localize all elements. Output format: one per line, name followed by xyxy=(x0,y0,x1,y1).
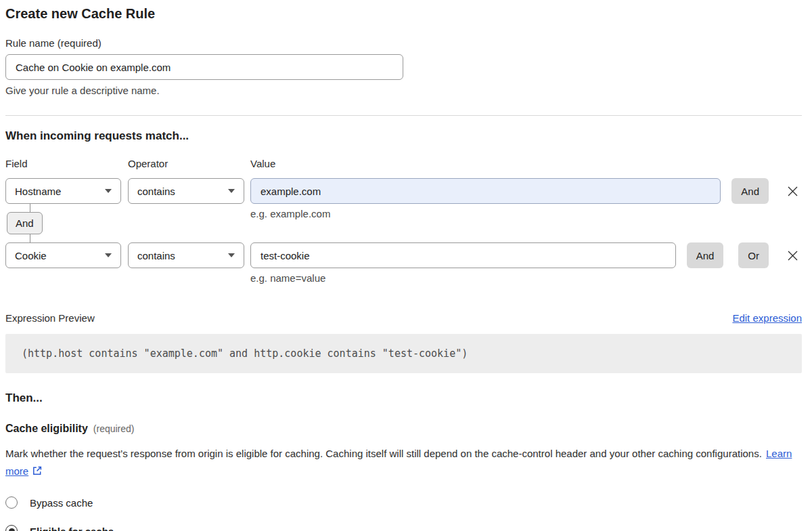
and-button-row-1[interactable]: And xyxy=(731,178,769,204)
page-title: Create new Cache Rule xyxy=(5,5,802,22)
radio-option-bypass-cache[interactable]: Bypass cache xyxy=(5,496,93,509)
radio-button-eligible-for-cache[interactable] xyxy=(5,525,18,531)
operator-select-1-value: contains xyxy=(137,186,175,197)
required-note: (required) xyxy=(93,423,135,434)
match-heading: When incoming requests match... xyxy=(5,129,802,143)
field-select-1-value: Hostname xyxy=(15,186,61,197)
connector-line-bottom xyxy=(30,234,30,242)
operator-select-2-value: contains xyxy=(137,250,175,261)
connector-area: e.g. example.com And xyxy=(5,204,802,242)
cache-eligibility-heading: Cache eligibility(required) xyxy=(5,423,802,435)
column-label-value: Value xyxy=(250,158,802,169)
column-label-field: Field xyxy=(5,158,128,169)
description-text: Mark whether the request’s response from… xyxy=(5,448,762,459)
rule-name-label: Rule name (required) xyxy=(5,37,802,49)
edit-expression-link[interactable]: Edit expression xyxy=(732,312,802,324)
condition-column-labels: Field Operator Value xyxy=(5,158,802,169)
and-button-row-2[interactable]: And xyxy=(687,242,724,268)
value-input-2[interactable] xyxy=(250,242,676,268)
and-connector-button[interactable]: And xyxy=(7,212,43,234)
expression-header: Expression Preview Edit expression xyxy=(5,312,802,324)
radio-label-bypass-cache: Bypass cache xyxy=(30,497,93,509)
column-label-operator: Operator xyxy=(128,158,250,169)
close-icon xyxy=(786,249,800,263)
expression-preview-box: (http.host contains "example.com" and ht… xyxy=(5,334,802,373)
cache-eligibility-description: Mark whether the request’s response from… xyxy=(5,445,794,480)
rule-name-help: Give your rule a descriptive name. xyxy=(5,85,802,96)
value-hint-2: e.g. name=value xyxy=(250,272,802,284)
condition-row-2: Cookie contains And Or xyxy=(5,242,802,268)
radio-button-bypass-cache[interactable] xyxy=(5,496,18,509)
expression-code: (http.host contains "example.com" and ht… xyxy=(22,347,468,360)
radio-option-eligible-for-cache[interactable]: Eligible for cache xyxy=(5,525,114,531)
section-divider xyxy=(5,115,802,116)
close-icon xyxy=(786,184,800,198)
operator-select-1[interactable]: contains xyxy=(128,178,244,204)
value-input-1[interactable] xyxy=(250,178,721,204)
expression-preview-label: Expression Preview xyxy=(5,312,95,324)
create-cache-rule-form: Create new Cache Rule Rule name (require… xyxy=(0,0,812,531)
external-link-icon xyxy=(32,465,43,476)
chevron-down-icon xyxy=(228,189,235,193)
chevron-down-icon xyxy=(228,253,235,257)
field-select-2-value: Cookie xyxy=(15,250,47,261)
chevron-down-icon xyxy=(105,189,112,193)
rule-name-input[interactable] xyxy=(5,54,403,80)
then-heading: Then... xyxy=(5,391,802,405)
connector-line-top xyxy=(30,204,30,212)
remove-condition-2-button[interactable] xyxy=(784,247,800,263)
condition-row-1: Hostname contains And xyxy=(5,178,802,204)
radio-label-eligible-for-cache: Eligible for cache xyxy=(30,526,114,531)
field-select-2[interactable]: Cookie xyxy=(5,242,121,268)
chevron-down-icon xyxy=(105,253,112,257)
or-button-row-2[interactable]: Or xyxy=(738,242,769,268)
field-select-1[interactable]: Hostname xyxy=(5,178,121,204)
remove-condition-1-button[interactable] xyxy=(784,183,800,199)
cache-eligibility-title: Cache eligibility xyxy=(5,423,88,434)
operator-select-2[interactable]: contains xyxy=(128,242,244,268)
value-hint-1: e.g. example.com xyxy=(250,208,330,219)
